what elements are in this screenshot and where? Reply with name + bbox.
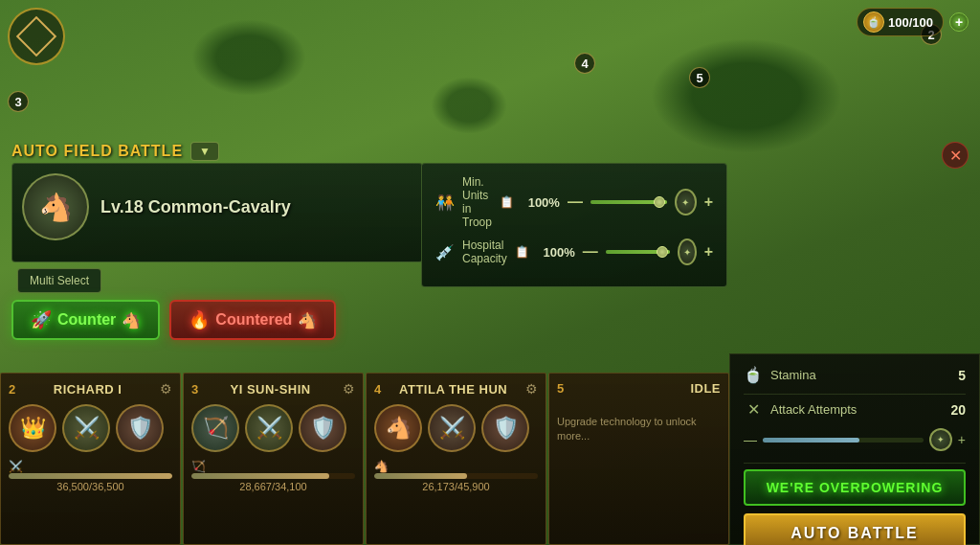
stamina-label: Stamina xyxy=(770,368,950,382)
hospital-plus[interactable]: + xyxy=(704,243,713,261)
attack-slider-knob[interactable]: ✦ xyxy=(929,428,952,451)
battle-actions: 🚀 Counter 🐴 🔥 Countered 🐴 xyxy=(11,300,336,340)
attack-plus[interactable]: + xyxy=(958,432,966,447)
commander-panel-attila: 4 ATTILA THE HUN ⚙ 🐴 ⚔️ 🛡️ 🐴 26,173/45,9… xyxy=(366,373,546,545)
attack-attempts-label: Attack Attempts xyxy=(770,402,943,417)
hospital-calc-icon: 📋 xyxy=(515,245,529,259)
countered-button[interactable]: 🔥 Countered 🐴 xyxy=(169,300,336,340)
map-number-3: 3 xyxy=(8,91,29,112)
attack-icon: ✕ xyxy=(744,400,763,419)
unit-horse-icon: 🐴 xyxy=(39,192,73,223)
hospital-slider[interactable] xyxy=(606,250,670,254)
min-units-knob[interactable]: ✦ xyxy=(675,189,697,216)
battle-panel: 🐴 Lv.18 Common-Cavalry xyxy=(11,163,423,262)
close-button[interactable]: ✕ xyxy=(942,142,969,169)
map-number-5: 5 xyxy=(689,67,710,88)
commander-avatars-attila: 🐴 ⚔️ 🛡️ xyxy=(374,404,538,452)
unit-name: Lv.18 Common-Cavalry xyxy=(100,197,291,217)
avatar-richard-3[interactable]: 🛡️ xyxy=(116,404,164,452)
hospital-value: 100% xyxy=(537,245,575,260)
terrain-decoration xyxy=(651,38,842,153)
commander-header-attila: 4 ATTILA THE HUN ⚙ xyxy=(374,381,538,397)
troop-count-richard: 36,500/36,500 xyxy=(9,481,172,492)
commander-gear-yi[interactable]: ⚙ xyxy=(343,381,355,397)
commander-gear-richard[interactable]: ⚙ xyxy=(160,381,172,397)
avatar-richard-1[interactable]: 👑 xyxy=(9,404,56,452)
idle-text: Upgrade technology to unlock more... xyxy=(557,415,721,444)
troop-bar-richard: ⚔️ 36,500/36,500 xyxy=(9,460,172,492)
avatar-attila-2[interactable]: ⚔️ xyxy=(428,404,476,452)
unit-icon: 🐴 xyxy=(22,173,89,240)
stamina-icon: 🍵 xyxy=(744,366,763,384)
commander-panel-idle: 5 IDLE Upgrade technology to unlock more… xyxy=(548,373,729,545)
right-stats-panel: 🍵 Stamina 5 ✕ Attack Attempts 20 — ✦ + W… xyxy=(729,353,980,545)
avatar-attila-1[interactable]: 🐴 xyxy=(374,404,422,452)
commander-num-yi: 3 xyxy=(191,382,198,397)
auto-battle-dropdown[interactable]: ▼ xyxy=(190,142,219,161)
countered-horse-icon: 🐴 xyxy=(298,311,317,329)
counter-horse-icon: 🐴 xyxy=(122,311,141,329)
counter-label: Counter xyxy=(57,311,116,329)
auto-battle-label: AUTO FIELD BATTLE xyxy=(11,143,183,160)
min-units-label: Min. Units in Troop xyxy=(462,175,492,229)
commander-header-yi: 3 YI SUN-SHIN ⚙ xyxy=(191,381,355,397)
min-units-row: 🧑‍🤝‍🧑 Min. Units in Troop 📋 100% — ✦ + xyxy=(435,175,713,229)
counter-button[interactable]: 🚀 Counter 🐴 xyxy=(11,300,160,340)
top-resource-bar: 🍵 100/100 + xyxy=(857,8,969,36)
commander-panel-yi: 3 YI SUN-SHIN ⚙ 🏹 ⚔️ 🛡️ 🏹 28,667/34,100 xyxy=(183,373,364,545)
troop-count-yi: 28,667/34,100 xyxy=(191,481,355,492)
troop-bar-bg-yi xyxy=(191,473,355,479)
avatar-yi-2[interactable]: ⚔️ xyxy=(245,404,293,452)
commander-avatars-yi: 🏹 ⚔️ 🛡️ xyxy=(191,404,355,452)
commanders-bar: 2 RICHARD I ⚙ 👑 ⚔️ 🛡️ ⚔️ 36,500/36,500 3… xyxy=(0,373,729,545)
countered-icon: 🔥 xyxy=(189,309,210,330)
avatar-yi-3[interactable]: 🛡️ xyxy=(299,404,346,452)
resource-value: 100/100 xyxy=(888,15,933,30)
compass xyxy=(8,8,65,65)
commander-header-richard: 2 RICHARD I ⚙ xyxy=(9,381,172,397)
min-units-icon: 🧑‍🤝‍🧑 xyxy=(435,193,455,212)
commander-name-idle: IDLE xyxy=(690,381,721,396)
min-units-minus[interactable]: — xyxy=(568,193,583,211)
multi-select-button[interactable]: Multi Select xyxy=(17,268,101,293)
attack-slider-row: — ✦ + xyxy=(744,428,966,451)
min-units-value: 100% xyxy=(522,195,560,210)
terrain-decoration xyxy=(191,19,306,96)
commander-avatars-richard: 👑 ⚔️ 🛡️ xyxy=(9,404,172,452)
countered-label: Countered xyxy=(215,311,292,329)
resource-add-button[interactable]: + xyxy=(949,12,969,32)
avatar-richard-2[interactable]: ⚔️ xyxy=(62,404,110,452)
troop-bar-attila: 🐴 26,173/45,900 xyxy=(374,460,538,492)
auto-battle-button-label: AUTO BATTLE xyxy=(791,525,918,541)
hospital-minus[interactable]: — xyxy=(583,243,598,261)
commander-name-richard: RICHARD I xyxy=(54,382,122,397)
min-units-slider[interactable] xyxy=(590,200,667,204)
min-units-calc-icon: 📋 xyxy=(500,195,514,209)
attack-minus[interactable]: — xyxy=(744,432,757,447)
troop-bar-fill-yi xyxy=(191,473,329,479)
avatar-attila-3[interactable]: 🛡️ xyxy=(481,404,529,452)
troop-count-attila: 26,173/45,900 xyxy=(374,481,538,492)
settings-panel: 🧑‍🤝‍🧑 Min. Units in Troop 📋 100% — ✦ + 💉… xyxy=(421,163,727,287)
troop-row-attila: 🐴 xyxy=(374,460,538,473)
stamina-value: 5 xyxy=(958,368,966,383)
hospital-knob[interactable]: ✦ xyxy=(678,238,697,265)
commander-num-richard: 2 xyxy=(9,382,15,397)
attack-attempts-value: 20 xyxy=(950,402,966,418)
divider-2 xyxy=(744,463,966,464)
troop-row-richard: ⚔️ xyxy=(9,460,172,473)
attack-slider-track[interactable] xyxy=(763,438,924,443)
auto-battle-button[interactable]: AUTO BATTLE xyxy=(744,513,966,545)
stamina-resource-icon: 🍵 xyxy=(863,11,884,33)
attack-attempts-row: ✕ Attack Attempts 20 xyxy=(744,400,966,419)
commander-gear-attila[interactable]: ⚙ xyxy=(525,381,538,397)
min-units-plus[interactable]: + xyxy=(704,193,713,211)
troop-bar-yi: 🏹 28,667/34,100 xyxy=(191,460,355,492)
divider-1 xyxy=(744,394,966,395)
commander-panel-richard: 2 RICHARD I ⚙ 👑 ⚔️ 🛡️ ⚔️ 36,500/36,500 xyxy=(0,373,181,545)
troop-bar-fill-richard xyxy=(9,473,172,479)
resource-display: 🍵 100/100 xyxy=(857,8,944,36)
avatar-yi-1[interactable]: 🏹 xyxy=(191,404,239,452)
commander-name-yi: YI SUN-SHIN xyxy=(231,382,311,397)
terrain-decoration xyxy=(431,77,507,134)
